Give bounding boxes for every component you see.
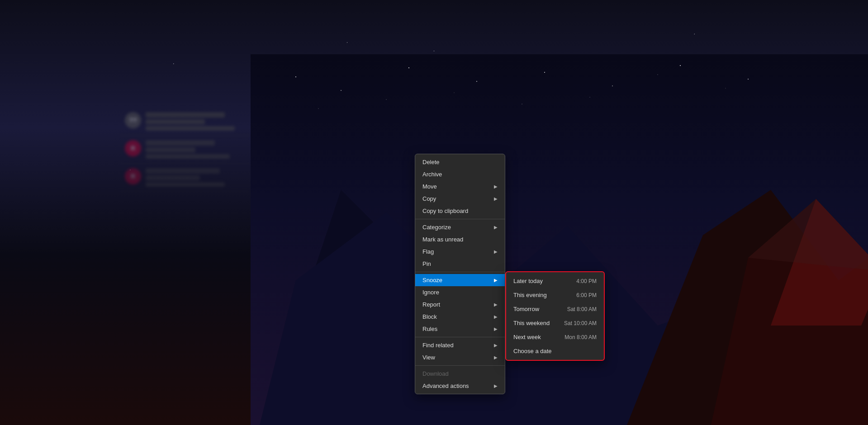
ctx-rules-arrow: ▶	[494, 326, 498, 331]
svg-point-12	[522, 104, 522, 104]
snooze-tomorrow[interactable]: Tomorrow Sat 8:00 AM	[506, 302, 604, 316]
email-content-2	[146, 112, 245, 131]
svg-point-8	[748, 79, 749, 80]
svg-point-7	[680, 65, 681, 66]
svg-point-5	[544, 72, 545, 73]
svg-point-11	[454, 93, 455, 93]
ctx-ignore[interactable]: Ignore	[415, 286, 505, 298]
email-avatar-3: R	[125, 140, 141, 156]
svg-point-14	[658, 75, 658, 75]
email-item-3[interactable]: R	[119, 136, 250, 164]
svg-point-9	[318, 109, 319, 109]
ctx-block-arrow: ▶	[494, 314, 498, 319]
ctx-sep2	[415, 272, 505, 272]
ctx-find-arrow: ▶	[494, 343, 498, 348]
svg-point-15	[726, 88, 726, 89]
ctx-move[interactable]: Move ▶	[415, 180, 505, 193]
ctx-sep1	[415, 219, 505, 219]
email-content-3	[146, 140, 245, 159]
svg-point-13	[590, 97, 590, 98]
ctx-advanced-arrow: ▶	[494, 383, 498, 388]
ctx-delete[interactable]: Delete	[415, 156, 505, 168]
ctx-download: Download	[415, 368, 505, 380]
email-avatar-4: R	[125, 168, 141, 184]
ctx-block[interactable]: Block ▶	[415, 311, 505, 323]
ctx-flag-arrow: ▶	[494, 249, 498, 254]
ctx-archive[interactable]: Archive	[415, 168, 505, 180]
ctx-snooze-arrow: ▶	[494, 278, 498, 283]
svg-point-6	[612, 85, 613, 86]
bg-mountains	[251, 54, 868, 425]
svg-point-10	[386, 99, 387, 100]
snooze-this-weekend[interactable]: This weekend Sat 10:00 AM	[506, 316, 604, 330]
ctx-copy[interactable]: Copy ▶	[415, 193, 505, 205]
snooze-later-today[interactable]: Later today 4:00 PM	[506, 274, 604, 288]
ctx-copy-arrow: ▶	[494, 196, 498, 201]
email-item-2[interactable]: ??	[119, 108, 250, 136]
email-avatar-2: ??	[125, 112, 141, 128]
ctx-rules[interactable]: Rules ▶	[415, 323, 505, 335]
ctx-report[interactable]: Report ▶	[415, 298, 505, 311]
ctx-find-related[interactable]: Find related ▶	[415, 339, 505, 351]
context-menu: Delete Archive Move ▶ Copy ▶ Copy to cli…	[415, 154, 505, 394]
ctx-categorize[interactable]: Categorize ▶	[415, 221, 505, 233]
ctx-pin[interactable]: Pin	[415, 258, 505, 270]
email-content-4	[146, 168, 245, 187]
snooze-submenu: Later today 4:00 PM This evening 6:00 PM…	[505, 271, 605, 361]
ctx-advanced[interactable]: Advanced actions ▶	[415, 380, 505, 392]
snooze-choose-date[interactable]: Choose a date	[506, 344, 604, 358]
svg-point-2	[341, 90, 342, 91]
ctx-move-arrow: ▶	[494, 184, 498, 189]
ctx-sep4	[415, 365, 505, 366]
ctx-sep3	[415, 337, 505, 337]
ctx-view-arrow: ▶	[494, 355, 498, 360]
snooze-next-week[interactable]: Next week Mon 8:00 AM	[506, 330, 604, 344]
snooze-this-evening[interactable]: This evening 6:00 PM	[506, 288, 604, 302]
email-item-4[interactable]: R	[119, 164, 250, 192]
ctx-report-arrow: ▶	[494, 302, 498, 307]
svg-point-1	[295, 76, 296, 77]
ctx-copy-clipboard[interactable]: Copy to clipboard	[415, 205, 505, 217]
ctx-categorize-arrow: ▶	[494, 225, 498, 230]
ctx-flag[interactable]: Flag ▶	[415, 246, 505, 258]
ctx-snooze[interactable]: Snooze ▶	[415, 274, 505, 286]
svg-point-3	[408, 67, 409, 68]
ctx-view[interactable]: View ▶	[415, 351, 505, 364]
ctx-mark-unread[interactable]: Mark as unread	[415, 233, 505, 246]
svg-point-4	[476, 81, 477, 82]
content-area: Delete Archive Move ▶ Copy ▶ Copy to cli…	[251, 54, 868, 425]
